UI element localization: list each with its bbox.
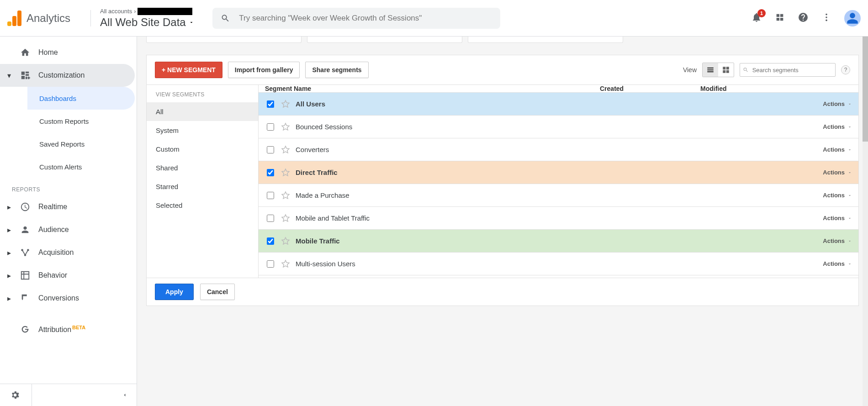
nav-conversions[interactable]: ▸Conversions <box>0 287 135 310</box>
segment-actions[interactable]: Actions <box>796 123 852 130</box>
nav-audience[interactable]: ▸Audience <box>0 218 135 241</box>
expand-toggle[interactable]: ▾ <box>6 71 12 80</box>
audience-icon <box>20 225 30 235</box>
segment-actions[interactable]: Actions <box>796 215 852 221</box>
segment-checkbox[interactable] <box>267 237 274 245</box>
segment-checkbox[interactable] <box>267 146 274 153</box>
segment-row[interactable]: Mobile TrafficActions <box>259 230 858 253</box>
segment-search[interactable] <box>740 63 836 77</box>
gear-icon <box>10 390 20 400</box>
segment-row[interactable]: Mobile and Tablet TrafficActions <box>259 207 858 230</box>
card-stub <box>468 37 623 43</box>
col-modified[interactable]: Modified <box>694 85 790 92</box>
segment-name: Converters <box>296 146 329 153</box>
card-stub <box>307 37 462 43</box>
breadcrumb: All accounts › <box>100 8 194 15</box>
nav-customization[interactable]: ▾ Customization <box>0 64 135 87</box>
new-segment-button[interactable]: + NEW SEGMENT <box>155 62 222 78</box>
expand-toggle[interactable]: ▸ <box>6 226 12 234</box>
segment-row[interactable]: All UsersActions <box>259 93 858 116</box>
help-icon <box>798 12 809 23</box>
cancel-button[interactable]: Cancel <box>200 284 235 300</box>
star-icon[interactable] <box>281 122 290 132</box>
filter-system[interactable]: System <box>147 121 258 140</box>
segment-actions[interactable]: Actions <box>796 100 852 107</box>
home-icon <box>20 47 30 58</box>
segment-actions[interactable]: Actions <box>796 192 852 199</box>
collapse-sidebar[interactable] <box>32 384 137 406</box>
segment-actions[interactable]: Actions <box>796 146 852 153</box>
segment-checkbox[interactable] <box>267 169 274 176</box>
filter-shared[interactable]: Shared <box>147 158 258 177</box>
segment-actions[interactable]: Actions <box>796 169 852 176</box>
segment-search-input[interactable] <box>752 66 832 74</box>
star-icon[interactable] <box>281 214 290 223</box>
filter-all[interactable]: All <box>147 102 258 121</box>
segment-checkbox[interactable] <box>267 123 274 131</box>
filter-starred[interactable]: Starred <box>147 177 258 196</box>
caret-down-icon <box>847 193 852 198</box>
view-list-button[interactable] <box>703 63 718 77</box>
segment-row[interactable]: Bounced SessionsActions <box>259 116 858 138</box>
segment-actions[interactable]: Actions <box>796 260 852 267</box>
segment-actions[interactable]: Actions <box>796 237 852 244</box>
help-button[interactable] <box>798 12 809 24</box>
share-segments-button[interactable]: Share segments <box>305 62 368 78</box>
view-name[interactable]: All Web Site Data <box>100 16 194 29</box>
customization-submenu: DashboardsCustom ReportsSaved ReportsCus… <box>27 87 137 178</box>
star-icon[interactable] <box>281 145 290 154</box>
nav-home[interactable]: Home <box>0 41 135 64</box>
segment-checkbox[interactable] <box>267 215 274 222</box>
nav-behavior[interactable]: ▸Behavior <box>0 264 135 287</box>
expand-toggle[interactable]: ▸ <box>6 248 12 257</box>
col-created[interactable]: Created <box>593 85 694 92</box>
account-avatar[interactable] <box>844 10 861 26</box>
filter-selected[interactable]: Selected <box>147 196 258 215</box>
import-gallery-button[interactable]: Import from gallery <box>228 62 300 78</box>
notifications-button[interactable]: 1 <box>751 12 762 24</box>
segment-checkbox[interactable] <box>267 260 274 268</box>
admin-button[interactable] <box>0 384 32 406</box>
collapsed-top-row <box>146 37 859 43</box>
nav-realtime[interactable]: ▸Realtime <box>0 195 135 218</box>
search-icon <box>221 13 230 23</box>
more-button[interactable] <box>821 12 831 24</box>
account-selector[interactable]: All accounts › All Web Site Data <box>100 8 194 29</box>
header-actions: 1 <box>751 10 861 26</box>
nav-custom-custom-alerts[interactable]: Custom Alerts <box>27 155 135 178</box>
expand-toggle[interactable]: ▸ <box>6 203 12 211</box>
segment-row[interactable]: Made a PurchaseActions <box>259 184 858 207</box>
nav-custom-custom-reports[interactable]: Custom Reports <box>27 110 135 132</box>
star-icon[interactable] <box>281 191 290 200</box>
search-bar[interactable] <box>212 8 500 29</box>
star-icon[interactable] <box>281 259 290 269</box>
view-grid-button[interactable] <box>718 63 734 77</box>
help-tip[interactable]: ? <box>841 65 850 74</box>
star-icon[interactable] <box>281 100 290 109</box>
segment-checkbox[interactable] <box>267 100 274 108</box>
col-segment-name[interactable]: Segment Name <box>259 85 593 92</box>
nav-custom-saved-reports[interactable]: Saved Reports <box>27 132 135 155</box>
nav-label: Behavior <box>38 271 67 279</box>
expand-toggle[interactable]: ▸ <box>6 271 12 280</box>
attribution-icon <box>20 324 30 334</box>
left-nav: Home ▾ Customization DashboardsCustom Re… <box>0 37 137 406</box>
star-icon[interactable] <box>281 168 290 177</box>
apply-button[interactable]: Apply <box>155 284 194 300</box>
segment-row[interactable]: ConvertersActions <box>259 138 858 161</box>
segment-checkbox[interactable] <box>267 192 274 199</box>
nav-acquisition[interactable]: ▸Acquisition <box>0 241 135 264</box>
segment-row[interactable]: Multi-session UsersActions <box>259 253 858 275</box>
filter-custom[interactable]: Custom <box>147 140 258 158</box>
analytics-logo[interactable]: Analytics <box>7 11 70 26</box>
nav-attribution[interactable]: AttributionBETA <box>0 318 135 341</box>
view-segments-label: VIEW SEGMENTS <box>147 85 258 102</box>
more-vertical-icon <box>821 12 831 22</box>
card-stub <box>146 37 302 43</box>
expand-toggle[interactable]: ▸ <box>6 294 12 303</box>
nav-custom-dashboards[interactable]: Dashboards <box>27 87 135 110</box>
star-icon[interactable] <box>281 237 290 246</box>
segment-row[interactable]: Direct TrafficActions <box>259 161 858 184</box>
apps-button[interactable] <box>775 12 785 24</box>
search-input[interactable] <box>238 13 492 23</box>
